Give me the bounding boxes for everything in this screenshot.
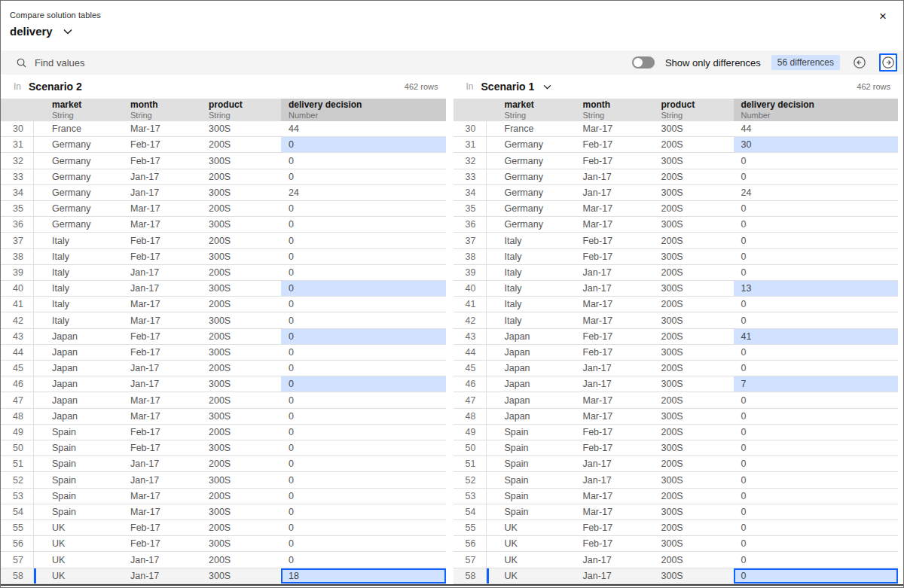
- table-row[interactable]: 49SpainFeb-17200S0: [1, 425, 446, 440]
- cell-month[interactable]: Feb-17: [565, 137, 643, 152]
- cell-product[interactable]: 200S: [643, 201, 734, 216]
- cell-delivery-decision[interactable]: 0: [281, 376, 446, 391]
- table-row[interactable]: 35GermanyMar-17200S0: [454, 201, 899, 217]
- cell-delivery-decision[interactable]: 0: [281, 297, 446, 312]
- cell-product[interactable]: 300S: [643, 568, 734, 583]
- cell-month[interactable]: Jan-17: [112, 552, 191, 567]
- row-number[interactable]: 32: [1, 153, 34, 168]
- table-row[interactable]: 47JapanMar-17200S0: [1, 392, 446, 408]
- cell-month[interactable]: Jan-17: [565, 281, 643, 296]
- cell-market[interactable]: UK: [487, 520, 565, 535]
- cell-market[interactable]: Italy: [487, 233, 565, 248]
- cell-market[interactable]: Spain: [34, 425, 112, 440]
- cell-month[interactable]: Jan-17: [565, 472, 643, 487]
- cell-month[interactable]: Feb-17: [112, 153, 191, 168]
- cell-month[interactable]: Mar-17: [565, 504, 643, 519]
- row-number[interactable]: 50: [454, 440, 487, 455]
- table-row[interactable]: 53SpainMar-17200S0: [1, 489, 446, 504]
- cell-month[interactable]: Mar-17: [112, 201, 191, 216]
- cell-delivery-decision[interactable]: 0: [734, 568, 899, 583]
- cell-market[interactable]: Spain: [34, 472, 112, 487]
- table-selector-dropdown[interactable]: delivery: [10, 25, 72, 38]
- cell-month[interactable]: Jan-17: [565, 265, 643, 280]
- cell-month[interactable]: Feb-17: [565, 249, 643, 264]
- cell-product[interactable]: 300S: [643, 312, 734, 328]
- cell-delivery-decision[interactable]: 0: [734, 217, 899, 232]
- cell-delivery-decision[interactable]: 0: [281, 265, 446, 280]
- cell-product[interactable]: 300S: [643, 536, 734, 551]
- cell-month[interactable]: Feb-17: [112, 137, 191, 152]
- cell-market[interactable]: France: [34, 121, 112, 136]
- cell-product[interactable]: 200S: [643, 361, 734, 376]
- cell-market[interactable]: Germany: [487, 137, 565, 152]
- column-header-month[interactable]: month String: [112, 99, 191, 121]
- cell-market[interactable]: Germany: [487, 217, 565, 232]
- row-number[interactable]: 53: [1, 489, 34, 504]
- cell-delivery-decision[interactable]: 0: [734, 472, 899, 487]
- cell-delivery-decision[interactable]: 0: [734, 489, 899, 504]
- cell-delivery-decision[interactable]: 0: [281, 392, 446, 407]
- cell-month[interactable]: Jan-17: [112, 169, 191, 184]
- cell-product[interactable]: 300S: [643, 281, 734, 296]
- table-row[interactable]: 41ItalyMar-17200S0: [1, 297, 446, 312]
- table-row[interactable]: 55UKFeb-17200S0: [1, 520, 446, 536]
- cell-market[interactable]: Japan: [34, 329, 112, 344]
- cell-delivery-decision[interactable]: 0: [734, 297, 899, 312]
- table-row[interactable]: 56UKFeb-17300S0: [1, 536, 446, 552]
- table-row[interactable]: 35GermanyMar-17200S0: [1, 201, 446, 217]
- cell-product[interactable]: 300S: [191, 217, 281, 232]
- table-row[interactable]: 58UKJan-17300S18: [1, 568, 446, 584]
- table-row[interactable]: 54SpainMar-17300S0: [1, 504, 446, 520]
- cell-month[interactable]: Mar-17: [565, 409, 643, 424]
- row-number[interactable]: 53: [454, 489, 487, 504]
- cell-delivery-decision[interactable]: 0: [281, 345, 446, 360]
- table-row[interactable]: 40ItalyJan-17300S13: [454, 281, 899, 297]
- cell-month[interactable]: Mar-17: [565, 392, 643, 407]
- cell-month[interactable]: Feb-17: [112, 425, 191, 440]
- cell-market[interactable]: Germany: [34, 137, 112, 152]
- cell-market[interactable]: Germany: [34, 201, 112, 216]
- row-number[interactable]: 34: [1, 185, 34, 200]
- cell-product[interactable]: 300S: [643, 440, 734, 455]
- cell-market[interactable]: Germany: [487, 201, 565, 216]
- cell-month[interactable]: Jan-17: [112, 456, 191, 471]
- table-row[interactable]: 40ItalyJan-17300S0: [1, 281, 446, 297]
- table-row[interactable]: 58UKJan-17300S0: [454, 568, 899, 584]
- cell-delivery-decision[interactable]: 0: [281, 281, 446, 296]
- cell-market[interactable]: Japan: [34, 361, 112, 376]
- cell-product[interactable]: 300S: [191, 376, 281, 391]
- column-header-delivery-decision[interactable]: delivery decision Number: [734, 99, 899, 121]
- row-number[interactable]: 58: [454, 568, 487, 583]
- cell-month[interactable]: Mar-17: [112, 504, 191, 519]
- cell-delivery-decision[interactable]: 0: [734, 392, 899, 407]
- cell-delivery-decision[interactable]: 24: [734, 185, 899, 200]
- row-number[interactable]: 57: [454, 552, 487, 567]
- cell-market[interactable]: Spain: [34, 456, 112, 471]
- cell-month[interactable]: Jan-17: [565, 376, 643, 391]
- table-row[interactable]: 57UKJan-17200S0: [454, 552, 899, 568]
- cell-market[interactable]: Italy: [487, 265, 565, 280]
- cell-month[interactable]: Jan-17: [112, 361, 191, 376]
- cell-market[interactable]: Japan: [34, 376, 112, 391]
- cell-month[interactable]: Jan-17: [112, 265, 191, 280]
- row-number[interactable]: 52: [1, 472, 34, 487]
- column-header-market[interactable]: market String: [34, 99, 112, 121]
- cell-delivery-decision[interactable]: 0: [281, 137, 446, 152]
- cell-market[interactable]: Japan: [34, 392, 112, 407]
- row-number[interactable]: 48: [1, 409, 34, 424]
- cell-product[interactable]: 200S: [191, 520, 281, 535]
- cell-market[interactable]: Japan: [487, 392, 565, 407]
- cell-delivery-decision[interactable]: 0: [734, 233, 899, 248]
- cell-product[interactable]: 300S: [191, 249, 281, 264]
- column-header-month[interactable]: month String: [565, 99, 643, 121]
- show-only-differences-toggle[interactable]: [632, 56, 655, 69]
- cell-market[interactable]: Spain: [487, 456, 565, 471]
- cell-month[interactable]: Mar-17: [565, 312, 643, 328]
- row-number[interactable]: 57: [1, 552, 34, 567]
- cell-delivery-decision[interactable]: 0: [734, 440, 899, 455]
- cell-product[interactable]: 200S: [191, 456, 281, 471]
- cell-market[interactable]: UK: [487, 536, 565, 551]
- row-number[interactable]: 48: [454, 409, 487, 424]
- cell-delivery-decision[interactable]: 18: [281, 568, 446, 583]
- cell-delivery-decision[interactable]: 0: [734, 425, 899, 440]
